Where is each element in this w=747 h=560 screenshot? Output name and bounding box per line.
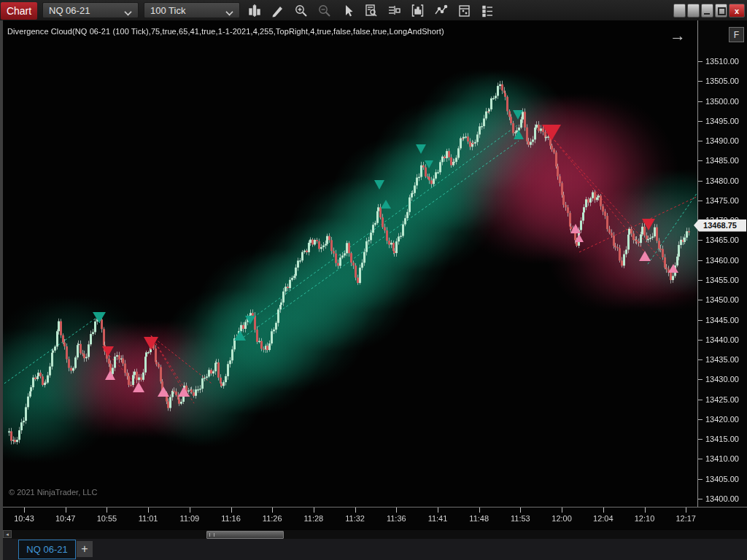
- price-tick-label: 13485.00: [705, 156, 739, 165]
- divergence-pink-up-triangle-icon: [639, 251, 651, 261]
- time-tick: [603, 508, 604, 513]
- minimize-button[interactable]: [701, 4, 713, 18]
- toolbar-icon-group: [245, 0, 496, 20]
- ninjatrader-chart-window: Chart NQ 06-21 100 Tick x Divergence Clo…: [0, 0, 747, 560]
- time-tick-label: 12:00: [551, 514, 572, 523]
- chevron-down-icon: [225, 8, 233, 15]
- window-button-blank-1[interactable]: [673, 4, 686, 18]
- price-chart-canvas[interactable]: [0, 20, 697, 507]
- price-tick: [698, 439, 703, 440]
- price-tick-label: 13460.00: [705, 256, 739, 265]
- time-tick-label: 10:55: [97, 514, 117, 523]
- price-tick-label: 13495.00: [705, 117, 739, 125]
- price-tick: [698, 141, 703, 141]
- properties-icon[interactable]: [455, 1, 473, 19]
- time-tick-label: 10:43: [14, 514, 34, 523]
- price-tick-label: 13505.00: [705, 77, 739, 85]
- price-tick-label: 13475.00: [705, 196, 739, 205]
- price-tick-label: 13510.00: [705, 57, 739, 66]
- price-tick: [698, 181, 703, 182]
- scrollbar-thumb[interactable]: [206, 531, 284, 539]
- time-tick-label: 12:04: [593, 514, 614, 523]
- price-tick-label: 13465.00: [705, 236, 739, 244]
- scrollbar-grip-icon: [209, 533, 214, 537]
- chart-data-search-icon[interactable]: [362, 1, 379, 19]
- window-left-border: [0, 20, 3, 560]
- zoom-out-icon[interactable]: [315, 1, 333, 19]
- price-tick: [698, 359, 703, 360]
- divergence-teal-up-triangle-icon: [514, 130, 524, 139]
- price-tick-label: 13425.00: [705, 395, 739, 404]
- time-tick: [645, 508, 646, 513]
- divergence-teal-down-triangle-icon: [374, 180, 384, 190]
- go-to-end-arrow-icon[interactable]: →: [670, 28, 686, 44]
- price-tick: [698, 320, 703, 321]
- divergence-teal-down-triangle-icon: [513, 110, 523, 120]
- instrument-dropdown-value: NQ 06-21: [49, 5, 90, 16]
- fixed-scale-button[interactable]: F: [729, 27, 744, 42]
- chart-style-icon[interactable]: [245, 1, 263, 19]
- divergence-red-down-triangle-icon: [102, 346, 114, 357]
- time-tick-label: 11:32: [345, 514, 365, 523]
- divergence-teal-down-triangle-icon: [245, 316, 255, 324]
- price-tick: [698, 81, 703, 82]
- time-tick-label: 11:01: [139, 514, 158, 523]
- chart-menu-button[interactable]: Chart: [1, 2, 37, 20]
- divergence-red-down-triangle-icon: [642, 219, 655, 230]
- time-tick: [396, 508, 397, 513]
- divergence-pink-up-triangle-icon: [668, 264, 678, 273]
- price-tick: [698, 160, 703, 161]
- divergence-teal-down-triangle-icon: [425, 160, 433, 168]
- time-axis[interactable]: 10:4310:4710:5511:0111:0911:1611:2611:28…: [0, 507, 747, 529]
- indicators-icon[interactable]: [409, 1, 426, 19]
- price-tick-label: 13410.00: [705, 454, 739, 463]
- drawing-tools-icon[interactable]: [268, 1, 286, 19]
- zoom-in-icon[interactable]: [292, 1, 309, 19]
- indicator-label[interactable]: Divergence Cloud(NQ 06-21 (100 Tick),75,…: [7, 27, 444, 36]
- time-tick: [520, 508, 521, 513]
- divergence-pink-up-triangle-icon: [178, 386, 190, 397]
- time-tick-label: 10:47: [55, 514, 76, 523]
- price-tick: [698, 419, 703, 420]
- price-tick: [698, 240, 703, 241]
- divergence-teal-up-triangle-icon: [381, 200, 391, 209]
- chart-trader-icon[interactable]: [385, 1, 403, 19]
- time-tick: [355, 508, 356, 513]
- window-button-blank-2[interactable]: [687, 4, 700, 18]
- time-tick: [231, 508, 232, 513]
- data-series-icon[interactable]: [432, 1, 449, 19]
- price-tick-label: 13420.00: [705, 415, 739, 424]
- price-tick-label: 13480.00: [705, 176, 739, 185]
- price-tick: [698, 201, 703, 201]
- time-tick-label: 11:41: [428, 514, 448, 523]
- copyright-text: © 2021 NinjaTrader, LLC: [9, 488, 97, 497]
- add-tab-button[interactable]: +: [77, 541, 93, 557]
- time-tick: [438, 508, 438, 513]
- price-tick-label: 13440.00: [705, 335, 739, 344]
- price-tick: [698, 121, 703, 122]
- price-tick-label: 13455.00: [705, 276, 739, 284]
- divergence-teal-down-triangle-icon: [93, 312, 106, 323]
- price-tick: [698, 101, 703, 102]
- price-tick: [698, 260, 703, 261]
- instrument-dropdown[interactable]: NQ 06-21: [42, 2, 139, 18]
- close-button[interactable]: x: [729, 4, 745, 18]
- time-tick-label: 12:10: [635, 514, 655, 523]
- cursor-pointer-icon[interactable]: [338, 1, 356, 19]
- time-tick: [314, 508, 314, 513]
- maximize-button[interactable]: [715, 4, 727, 18]
- time-tick-label: 11:48: [469, 514, 489, 523]
- price-tick-label: 13435.00: [705, 355, 739, 364]
- list-settings-icon[interactable]: [479, 1, 496, 19]
- time-tick: [66, 508, 66, 513]
- price-axis[interactable]: F 13510.0013505.0013500.0013495.0013490.…: [697, 20, 747, 507]
- time-tick-label: 11:53: [511, 514, 530, 523]
- tab-nq-06-21[interactable]: NQ 06-21: [18, 540, 76, 559]
- price-tick: [698, 499, 703, 499]
- time-tick-label: 11:16: [221, 514, 241, 523]
- minimize-icon: [704, 13, 710, 15]
- toolbar: Chart NQ 06-21 100 Tick x: [0, 0, 747, 21]
- interval-dropdown[interactable]: 100 Tick: [144, 2, 240, 18]
- horizontal-scrollbar[interactable]: ◂: [0, 530, 747, 539]
- scroll-left-button[interactable]: ◂: [3, 530, 12, 538]
